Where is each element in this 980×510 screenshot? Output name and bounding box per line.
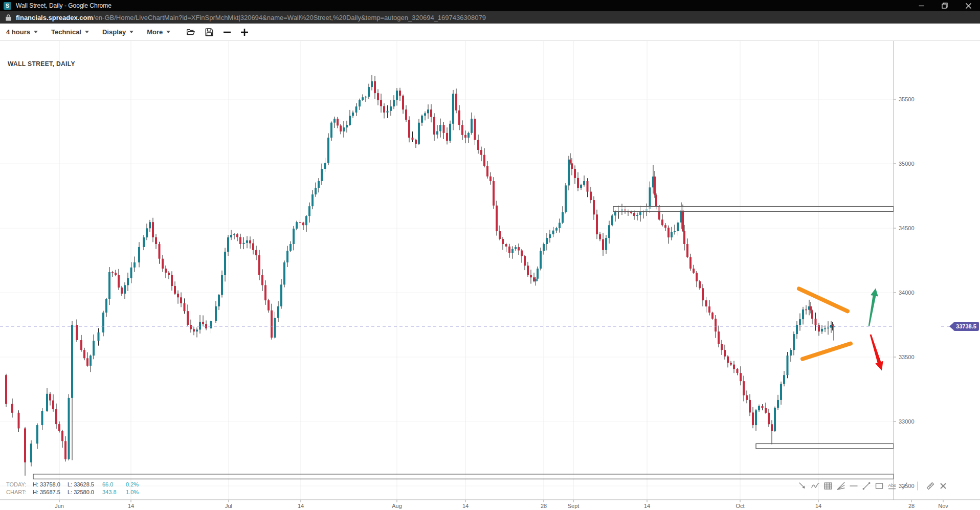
curve-draw-icon[interactable] <box>810 481 820 491</box>
svg-text:34500: 34500 <box>899 225 915 231</box>
chevron-down-icon <box>129 31 133 33</box>
stats-chart-high: H: 35687.5 <box>33 489 68 496</box>
zoom-in-icon[interactable] <box>240 28 249 36</box>
url-domain: financials.spreadex.com <box>16 14 93 21</box>
window-title: Wall Street, Daily - Google Chrome <box>16 2 909 9</box>
svg-text:33000: 33000 <box>899 418 915 425</box>
svg-text:Jul: Jul <box>225 503 232 509</box>
svg-text:Nov: Nov <box>938 503 948 509</box>
restore-button[interactable] <box>933 0 956 11</box>
technical-dropdown[interactable]: Technical <box>51 28 89 36</box>
stats-chart-low: L: 32580.0 <box>68 489 102 496</box>
display-dropdown-label: Display <box>102 28 126 36</box>
svg-text:14: 14 <box>298 503 304 509</box>
spreadex-favicon: S <box>4 2 11 10</box>
fib-grid-icon[interactable] <box>823 481 833 491</box>
chevron-down-icon <box>166 31 170 33</box>
stats-chart-pct: 1.0% <box>126 489 147 496</box>
delete-icon[interactable] <box>938 481 948 491</box>
svg-text:14: 14 <box>815 503 821 509</box>
chart-toolbar: 4 hours Technical Display More <box>0 24 980 41</box>
svg-text:35500: 35500 <box>899 96 915 102</box>
restore-icon <box>942 3 948 9</box>
text-abc-icon[interactable]: Abc <box>887 481 897 491</box>
minimize-button[interactable] <box>909 0 933 11</box>
minimize-icon <box>919 3 924 9</box>
chevron-down-icon <box>34 31 38 33</box>
svg-text:Oct: Oct <box>736 503 744 509</box>
stats-row-chart: CHART: H: 35687.5 L: 32580.0 343.8 1.0% <box>6 489 147 496</box>
more-dropdown-label: More <box>147 28 163 36</box>
line-draw-icon[interactable] <box>900 481 910 491</box>
svg-text:Abc: Abc <box>888 483 896 488</box>
close-button[interactable] <box>956 0 980 11</box>
svg-text:28: 28 <box>541 503 547 509</box>
svg-text:14: 14 <box>128 503 134 509</box>
stats-row-today: TODAY: H: 33758.0 L: 33628.5 66.0 0.2% <box>6 481 147 489</box>
url-path: /en-GB/Home/LiveChartMain?id=XFinSprMchM… <box>93 14 486 21</box>
trend-line-icon[interactable] <box>861 481 872 491</box>
rectangle-icon[interactable] <box>874 481 884 491</box>
svg-text:Sept: Sept <box>568 503 580 509</box>
candlestick-chart[interactable]: 35500350003450034000335003300032500Jun14… <box>0 41 980 510</box>
save-icon[interactable] <box>205 28 214 37</box>
svg-text:35000: 35000 <box>899 161 915 167</box>
more-dropdown[interactable]: More <box>147 28 170 36</box>
interval-dropdown[interactable]: 4 hours <box>6 28 38 36</box>
chart-title: WALL STREET, DAILY <box>8 60 75 68</box>
chevron-down-icon <box>85 31 89 33</box>
address-bar[interactable]: financials.spreadex.com/en-GB/Home/LiveC… <box>0 11 980 24</box>
separator <box>912 481 923 491</box>
stats-today-pct: 0.2% <box>126 481 147 489</box>
svg-text:Aug: Aug <box>392 503 402 509</box>
open-icon[interactable] <box>186 28 195 37</box>
zoom-out-icon[interactable] <box>223 28 231 36</box>
svg-text:34000: 34000 <box>899 290 915 296</box>
technical-dropdown-label: Technical <box>51 28 81 36</box>
stats-today-high: H: 33758.0 <box>33 481 68 489</box>
chart-region: 35500350003450034000335003300032500Jun14… <box>0 41 980 510</box>
window-title-bar: S Wall Street, Daily - Google Chrome <box>0 0 980 11</box>
fan-lines-icon[interactable] <box>836 481 846 491</box>
measure-icon[interactable] <box>925 481 936 491</box>
svg-text:Jun: Jun <box>55 503 64 509</box>
stats-chart-label: CHART: <box>6 489 33 496</box>
stats-chart-change: 343.8 <box>102 489 126 496</box>
svg-text:14: 14 <box>644 503 650 509</box>
stats-today-change: 66.0 <box>102 481 126 489</box>
current-price-tag: 33738.5 <box>953 322 979 331</box>
chart-stats: TODAY: H: 33758.0 L: 33628.5 66.0 0.2% C… <box>6 481 147 496</box>
interval-dropdown-label: 4 hours <box>6 28 30 36</box>
arrow-draw-icon[interactable] <box>797 481 808 491</box>
horizontal-line-icon[interactable] <box>849 481 859 491</box>
svg-text:14: 14 <box>462 503 469 509</box>
display-dropdown[interactable]: Display <box>102 28 133 36</box>
stats-today-low: L: 33628.5 <box>68 481 102 489</box>
url-text: financials.spreadex.com/en-GB/Home/LiveC… <box>16 14 486 21</box>
svg-text:28: 28 <box>908 503 915 509</box>
lock-icon <box>6 14 11 21</box>
close-icon <box>966 3 971 9</box>
stats-today-label: TODAY: <box>6 481 33 489</box>
svg-text:33500: 33500 <box>899 354 915 360</box>
drawing-toolbar: Abc <box>797 481 948 491</box>
